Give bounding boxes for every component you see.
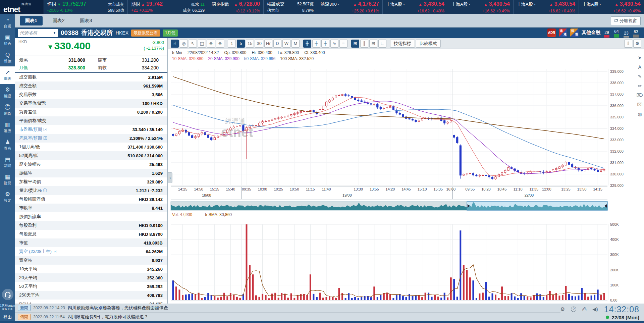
sector-label: 其他金融 [582, 30, 600, 36]
speaker-icon[interactable]: ◀) [592, 306, 598, 312]
help-icon[interactable]: ? [571, 307, 576, 312]
ohlc-info-item: Op: 329.800 [224, 50, 246, 55]
interval-30min-button[interactable]: 30 [255, 40, 263, 48]
zoom-out-button[interactable]: ⊖ [216, 40, 224, 48]
svg-text:15:15: 15:15 [210, 187, 219, 191]
text-tool-icon[interactable]: A [638, 64, 641, 70]
adr-badge[interactable]: ADR [547, 29, 556, 37]
external-link-icon: ↗ [44, 137, 47, 140]
hilo-value: 328.800 [40, 65, 94, 70]
technical-indicators-button[interactable]: 技術指標 [390, 40, 415, 48]
eraser-icon[interactable]: ⌦ [637, 93, 643, 98]
svg-text:10:00: 10:00 [258, 187, 267, 191]
bar-type-button[interactable]: ┼ [321, 40, 329, 48]
svg-text:18/08: 18/08 [202, 193, 211, 197]
sidebar-item-報價[interactable]: Q報價 [0, 49, 15, 66]
printer-icon[interactable]: ⎙ [582, 306, 586, 312]
support-headset-button[interactable] [2, 289, 13, 300]
grid-layout-button[interactable]: ⊞ [351, 40, 359, 48]
pen-icon[interactable]: ✏ [638, 83, 642, 89]
price-chart[interactable]: 5-Min22/08/2022 14:32Op: 329.800Hi: 330.… [168, 49, 644, 304]
stat-label[interactable]: 市盈率/預期↗ [19, 126, 47, 132]
sector-stat-bar [624, 36, 629, 38]
stat-label[interactable]: 賣空 (22/08上午)↗ [19, 249, 56, 255]
news-headline-row[interactable]: 新聞2022-08-22 14:23四川啟動最高級別應急響應，光伏硅料產能面臨停… [15, 304, 644, 312]
interval-5min-button[interactable]: 5 [237, 40, 245, 48]
ohlc-type-button[interactable]: ╪ [312, 40, 320, 48]
sidebar-item-期貨[interactable]: Ⓕ期貨 [0, 101, 15, 119]
stat-label: 振幅% [19, 170, 32, 176]
hand-pan-tool[interactable]: ☝ [171, 40, 179, 48]
interval-1min-button[interactable]: 1 [228, 40, 236, 48]
hilo-label: 開市 [94, 57, 120, 63]
sidebar-item-財曆[interactable]: ▦財曆 [0, 171, 15, 189]
svg-text:335.000: 335.000 [610, 115, 624, 119]
svg-text:19/08: 19/08 [342, 193, 352, 197]
interval-hour-button[interactable]: Hr [264, 40, 272, 48]
interval-month-button[interactable]: M [291, 40, 300, 48]
sector-stat-0: 29 [603, 28, 610, 38]
chart-toolbar: ☝◎↖◫⊕⊖151530HrDWM╫╪┼∿≈⊞║⊟∟技術指標比較模式⇩⚙ [168, 38, 644, 49]
sidebar-item-券商[interactable]: ♟券商 [0, 136, 15, 154]
shanghai-connect-badge[interactable]: 滬通 [559, 29, 567, 37]
news-headline-row[interactable]: 傳聞2022-08-22 11:54四川限電延長5日，電力股仲可以繼續追？ [15, 312, 644, 321]
download-chart-button[interactable]: ⇩ [624, 40, 632, 48]
zoom-in-button[interactable]: ⊕ [207, 40, 215, 48]
open-close-high-low: 最高331.800開市331.200月低328.800前收334.200 [15, 55, 167, 73]
detach-window-button[interactable]: 分離視窗 [611, 16, 641, 25]
tab-chart-2[interactable]: 圖表2 [47, 16, 70, 25]
sidebar-item-新聞[interactable]: ▤新聞 [0, 154, 15, 171]
stat-value: 8.937 [152, 258, 163, 263]
stat-label[interactable]: 周息率/預期↗ [19, 135, 47, 141]
sidebar-item-組合[interactable]: ▣組合 [0, 32, 15, 49]
interval-week-button[interactable]: W [282, 40, 290, 48]
tab-chart-1[interactable]: 圖表1 [20, 16, 43, 25]
trash-icon[interactable]: ⌧ [637, 102, 642, 107]
pencil-icon[interactable]: ✎ [638, 74, 642, 79]
ohlc-info-item: Hi: 330.400 [252, 50, 272, 55]
sidebar-item-label: 圖表 [4, 76, 11, 81]
sidebar-item-自選[interactable]: ◔自選 [0, 14, 15, 32]
sidebar-item-圖表[interactable]: ↗圖表 [0, 66, 15, 84]
shenzhen-connect-badge[interactable]: 深通 [570, 29, 579, 37]
stat-row: 1個月高/低371.400 / 330.600 [15, 143, 167, 151]
sector-stat-bar [614, 34, 619, 38]
stat-label: 市帳率 [19, 205, 32, 211]
symbol-search-select[interactable]: 代號/名稱 ▼ [18, 29, 58, 37]
sidebar-item-港股[interactable]: ▥港股 [0, 119, 15, 136]
globe-icon[interactable]: ◍ [638, 111, 642, 117]
dividend-announcement-chip[interactable]: 最新派息公布 [131, 30, 160, 37]
hilo-label: 前收 [94, 65, 120, 71]
svg-text:331.000: 331.000 [610, 161, 624, 165]
info-icon[interactable]: ⓘ [43, 188, 47, 194]
stat-value: 345.260 [147, 267, 163, 272]
split-compare-tool[interactable]: ◫ [198, 40, 206, 48]
sidebar-item-設定[interactable]: ⚙設定 [0, 189, 15, 206]
pattern-search-tool[interactable]: ◎ [180, 40, 188, 48]
svg-text:16:00: 16:00 [446, 187, 455, 191]
stat-row: 成交金額961.599M [15, 82, 167, 90]
chart-canvas[interactable]: 339.000338.000337.000336.000335.000334.0… [168, 49, 644, 304]
column-layout-button[interactable]: ║ [360, 40, 368, 48]
settings-icon[interactable]: ⚙ [560, 306, 565, 312]
watchlist-gauge-icon: ◔ [6, 17, 9, 23]
candlestick-type-button[interactable]: ╫ [303, 40, 311, 48]
compare-mode-button[interactable]: 比較模式 [416, 40, 441, 48]
crosshair-tool[interactable]: ↖ [189, 40, 197, 48]
corner-layout-button[interactable]: ∟ [378, 40, 386, 48]
chart-settings-button[interactable]: ⚙ [633, 40, 641, 48]
tab-chart-3[interactable]: 圖表3 [75, 16, 98, 25]
interval-day-button[interactable]: D [273, 40, 281, 48]
interval-15min-button[interactable]: 15 [246, 40, 254, 48]
cursor-icon[interactable]: ➤ [638, 55, 642, 60]
sidebar-item-label: 券商 [4, 146, 11, 151]
stat-row: 買賣差價0.200 / 0.200 [15, 108, 167, 116]
collapse-panel-handle[interactable]: ‹ [168, 172, 172, 183]
settings-gear-icon: ⚙ [5, 192, 10, 198]
logout-button[interactable]: 登出 [3, 314, 12, 320]
stat-label: 250天平均 [19, 292, 40, 298]
row-layout-button[interactable]: ⊟ [369, 40, 377, 48]
area-type-button[interactable]: ≈ [339, 40, 347, 48]
line-type-button[interactable]: ∿ [330, 40, 338, 48]
sidebar-item-權證[interactable]: ⚙權證 [0, 84, 15, 101]
